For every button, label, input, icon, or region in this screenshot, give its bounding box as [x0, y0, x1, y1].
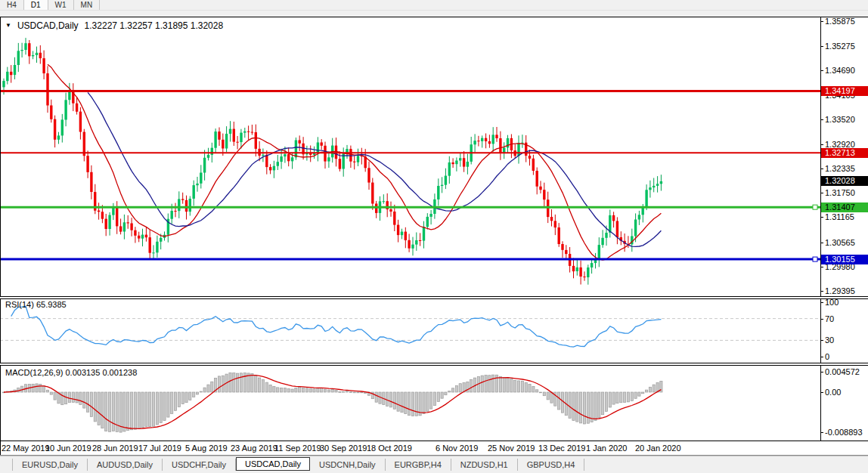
date-label: 30 Sep 2019	[320, 444, 367, 453]
symbol-tab-eurgbp-h4[interactable]: EURGBP,H4	[386, 459, 451, 471]
macd-axis-label: 0.004572	[825, 367, 860, 376]
price-axis-label: 1.30565	[825, 238, 855, 247]
timeframe-tab-h4[interactable]: H4	[0, 0, 24, 10]
price-axis-label: 1.32335	[825, 164, 855, 173]
date-label: 6 Nov 2019	[436, 444, 478, 453]
date-label: 28 Jun 2019	[92, 444, 138, 453]
symbol-tab-gbpusd-h4[interactable]: GBPUSD,H4	[518, 459, 585, 471]
rsi-axis-label: 0	[825, 352, 829, 361]
date-label: 23 Aug 2019	[231, 444, 277, 453]
date-label: 17 Jul 2019	[138, 444, 181, 453]
current-price-badge: 1.32028	[821, 176, 868, 186]
chart-ohlc-values: 1.32227 1.32257 1.31895 1.32028	[85, 20, 224, 31]
price-axis-label: 1.35275	[825, 42, 855, 51]
mt4-terminal: H4D1W1MN ▼ USDCAD,Daily 1.32227 1.32257 …	[0, 0, 868, 473]
line-handle-1.30155[interactable]	[813, 257, 817, 261]
price-axis-label: 1.29395	[825, 286, 855, 295]
rsi-label: RSI(14) 65.9385	[5, 300, 67, 309]
price-level-badge-1.32713: 1.32713	[821, 148, 868, 158]
price-level-badge-1.30155: 1.30155	[821, 255, 868, 264]
price-axis-label: 1.35875	[825, 17, 855, 26]
symbol-tab-audusd-daily[interactable]: AUDUSD,Daily	[88, 459, 163, 471]
price-level-badge-1.31407: 1.31407	[821, 202, 868, 212]
date-label: 25 Nov 2019	[488, 444, 535, 453]
timeframe-tab-mn[interactable]: MN	[74, 0, 101, 10]
chart-symbol-period: USDCAD,Daily	[17, 20, 79, 31]
timeframe-tab-d1[interactable]: D1	[24, 0, 48, 10]
timeframe-toolbar: H4D1W1MN	[0, 0, 868, 11]
panel-separator-rsi[interactable]	[0, 296, 868, 299]
symbol-tab-bar: EURUSD,DailyAUDUSD,DailyUSDCHF,DailyUSDC…	[0, 456, 868, 473]
macd-bottom-border	[0, 441, 868, 441]
collapse-triangle-icon[interactable]: ▼	[5, 21, 11, 30]
chart-top-border	[0, 17, 868, 17]
macd-axis-label: 0.00	[825, 388, 841, 397]
rsi-line	[11, 306, 662, 347]
chart-title: ▼ USDCAD,Daily 1.32227 1.32257 1.31895 1…	[5, 20, 223, 31]
price-level-badge-1.34197: 1.34197	[821, 86, 868, 96]
date-label: 18 Oct 2019	[367, 444, 412, 453]
panel-separator-macd[interactable]	[0, 363, 868, 366]
symbol-tab-eurusd-daily[interactable]: EURUSD,Daily	[12, 459, 88, 471]
date-label: 22 May 2019	[2, 444, 50, 453]
rsi-axis-label: 30	[825, 335, 834, 345]
price-axis-label: 1.31165	[825, 212, 854, 221]
macd-histogram	[2, 373, 662, 432]
date-label: 13 Dec 2019	[538, 444, 585, 453]
macd-axis-label: -0.008893	[825, 428, 863, 437]
line-handle-1.31407[interactable]	[813, 205, 817, 209]
timeframe-tab-w1[interactable]: W1	[48, 0, 74, 10]
chart-left-border	[0, 17, 1, 456]
date-label: 1 Jan 2020	[586, 444, 627, 453]
date-label: 20 Jan 2020	[635, 444, 681, 453]
macd-label: MACD(12,26,9) 0.003135 0.001238	[5, 368, 137, 377]
price-axis-label: 1.34690	[825, 66, 855, 75]
symbol-tab-nzdusd-h1[interactable]: NZDUSD,H1	[451, 459, 518, 471]
rsi-panel-canvas[interactable]	[0, 298, 821, 363]
date-label: 5 Aug 2019	[185, 444, 228, 453]
rsi-axis-label: 70	[825, 314, 834, 323]
price-axis-line	[820, 17, 821, 441]
price-chart-canvas[interactable]	[0, 17, 821, 296]
date-label: 10 Jun 2019	[45, 444, 91, 453]
symbol-tab-usdcad-daily[interactable]: USDCAD,Daily	[236, 457, 310, 471]
date-label: 11 Sep 2019	[274, 444, 321, 453]
price-axis-label: 1.31750	[825, 188, 855, 197]
symbol-tab-usdcnh-daily[interactable]: USDCNH,Daily	[310, 459, 386, 471]
price-axis-label: 1.33520	[825, 115, 855, 124]
symbol-tab-usdchf-daily[interactable]: USDCHF,Daily	[163, 459, 236, 471]
